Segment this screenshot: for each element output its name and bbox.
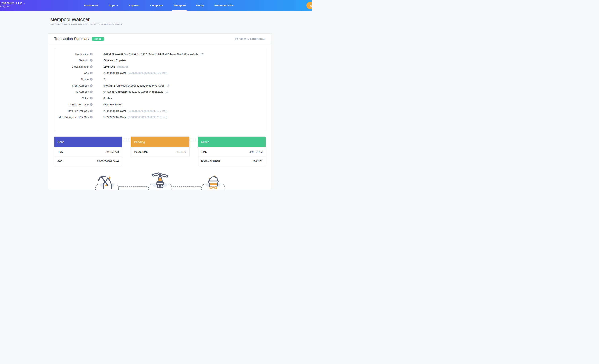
stage-connector (190, 140, 198, 140)
nav-item-apps[interactable]: Apps▼ (107, 0, 120, 11)
field-row-block-number: Block Numberi 110642610xa8d3c5 (54, 63, 266, 70)
minecart-icon (203, 174, 222, 189)
chevron-down-icon: ▼ (116, 5, 118, 6)
stage-header: Sent (54, 137, 122, 147)
pickaxe-icon (97, 174, 116, 189)
stage-card-mined: Mined TIME 3:41:46 AM BLOCK NUMBER 11064… (198, 136, 266, 166)
info-icon[interactable]: i (90, 59, 93, 62)
transaction-fields-table: Transactioni 0x03d338a7420e5ac78dc4d1c7b… (54, 48, 266, 131)
journey-connector (119, 186, 147, 186)
stage-card-sent: Sent TIME 3:41:56 AM GAS 2.000000001 Gwe… (54, 136, 122, 166)
view-in-etherscan-link[interactable]: VIEW IN ETHERSCAN (235, 38, 265, 40)
top-navigation: Ethereum + L2 ▼ Ecosystem Dashboard Apps… (0, 0, 312, 11)
stage-connector (123, 140, 131, 140)
field-row-max-fee-per-gas: Max Fee Per Gasi 2.000000001 Gwei(0.0000… (54, 108, 266, 114)
external-link-icon[interactable] (166, 90, 168, 93)
stage-header: Mined (198, 137, 266, 147)
page-subtitle: STAY UP TO DATE WITH THE STATUS OF YOUR … (50, 23, 123, 26)
external-link-icon[interactable] (167, 84, 169, 87)
external-link-icon[interactable] (201, 53, 203, 55)
info-icon[interactable]: i (90, 103, 93, 106)
field-row-to-address: To Addressi 0x4d3fc6783591a66f5e521393f1… (54, 89, 266, 95)
card-title: Transaction Summary (54, 37, 89, 41)
info-icon[interactable]: i (90, 84, 93, 87)
info-icon[interactable]: i (90, 97, 93, 99)
nav-item-notify[interactable]: Notify (194, 0, 205, 11)
nav-item-mempool[interactable]: Mempool (172, 0, 187, 11)
info-icon[interactable]: i (90, 65, 93, 68)
field-row-max-priority-fee-per-gas: Max Priority Fee Per Gasi 1.999999987 Gw… (54, 114, 266, 120)
field-row-network: Networki Ethereum Ropsten (54, 57, 266, 64)
field-row-gas: Gasi 2.000000001 Gwei(0.0000000020000000… (54, 70, 266, 76)
nav-item-dashboard[interactable]: Dashboard (82, 0, 100, 11)
info-icon[interactable]: i (90, 110, 93, 112)
nav-menu: Dashboard Apps▼ Explorer Composer Mempoo… (0, 0, 312, 11)
nav-item-enhanced-apis[interactable]: Enhanced APIs (213, 0, 236, 11)
field-row-from-address: From Addressi 0x07367172d4c920fd40cec43e… (54, 82, 266, 89)
stage-header: Pending (131, 137, 189, 147)
stage-row: GAS 2.000000001 Gwei (54, 157, 122, 166)
field-row-value: Valuei 0 Ether (54, 95, 266, 101)
field-row-nonce: Noncei 24 (54, 76, 266, 82)
transaction-summary-card: Transaction Summary MINED VIEW IN ETHERS… (48, 33, 272, 190)
stage-row: BLOCK NUMBER 11064261 (198, 157, 266, 166)
stage-row: TOTAL TIME -1:-1:-10 (131, 147, 189, 157)
stage-row: TIME 3:41:56 AM (54, 147, 122, 157)
info-icon[interactable]: i (90, 116, 93, 118)
nav-item-explorer[interactable]: Explorer (127, 0, 141, 11)
info-icon[interactable]: i (90, 78, 93, 80)
mining-drone-icon (150, 172, 170, 189)
info-icon[interactable]: i (90, 90, 93, 93)
field-row-transaction: Transactioni 0x03d338a7420e5ac78dc4d1c7b… (54, 51, 266, 57)
stage-row: TIME 3:41:46 AM (198, 147, 266, 157)
page-title: Mempool Watcher (50, 17, 123, 22)
journey-connector (173, 186, 201, 186)
status-badge: MINED (92, 37, 104, 41)
info-icon[interactable]: i (90, 53, 93, 55)
nav-item-composer[interactable]: Composer (148, 0, 165, 11)
card-header: Transaction Summary MINED VIEW IN ETHERS… (48, 34, 272, 44)
field-row-transaction-type: Transaction Typei 0x2 (EIP-1559) (54, 101, 266, 108)
info-icon[interactable]: i (90, 71, 93, 74)
external-link-icon (235, 38, 238, 40)
stage-card-pending: Pending TOTAL TIME -1:-1:-10 (131, 136, 190, 157)
